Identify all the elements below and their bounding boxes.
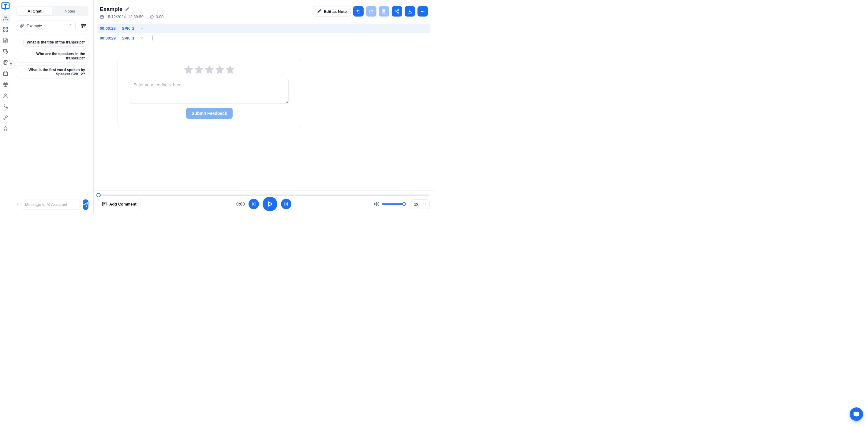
app-logo[interactable] bbox=[1, 2, 10, 11]
transcript-row[interactable]: 00:00:28 SPK_2 bbox=[97, 24, 430, 33]
pencil-square-icon bbox=[125, 7, 130, 12]
star-icon[interactable] bbox=[194, 64, 204, 75]
save-icon bbox=[382, 9, 386, 14]
star-icon[interactable] bbox=[183, 64, 194, 75]
text-cursor bbox=[152, 35, 152, 40]
more-button[interactable] bbox=[417, 6, 428, 17]
calendar-icon bbox=[100, 15, 104, 19]
tab-notes[interactable]: Notes bbox=[52, 7, 88, 15]
edit-title-button[interactable] bbox=[125, 7, 130, 12]
page-title: Example bbox=[100, 6, 122, 12]
tab-ai-chat[interactable]: AI Chat bbox=[17, 7, 52, 15]
transcript-speaker[interactable]: SPK_2 bbox=[122, 26, 144, 31]
suggestion-pill[interactable]: Who are the speakers in the transcript? bbox=[16, 50, 89, 62]
volume-knob[interactable] bbox=[402, 202, 406, 206]
redo-icon bbox=[369, 9, 374, 14]
compose-row bbox=[16, 197, 89, 210]
svg-marker-50 bbox=[374, 202, 376, 206]
suggestions-list: What is the title of the transcript? Who… bbox=[16, 38, 89, 78]
duration-value: 0:00 bbox=[156, 15, 163, 19]
svg-point-40 bbox=[421, 11, 422, 12]
add-comment-label: Add Comment bbox=[109, 202, 136, 206]
progress-knob[interactable] bbox=[96, 193, 101, 197]
clock-icon bbox=[150, 15, 154, 19]
play-icon bbox=[267, 201, 273, 207]
undo-button[interactable] bbox=[353, 6, 364, 17]
ai-message-input[interactable] bbox=[22, 199, 80, 210]
sidebar-item-premium[interactable] bbox=[1, 124, 10, 133]
transcript-speaker[interactable]: SPK_1 bbox=[122, 36, 144, 40]
player: Add Comment 0:00 bbox=[94, 191, 434, 214]
left-panel: AI Chat Notes Example What is the title … bbox=[11, 0, 94, 214]
svg-point-41 bbox=[422, 11, 423, 12]
skip-forward-icon bbox=[284, 202, 289, 206]
sidebar-item-dashboard[interactable] bbox=[1, 25, 10, 34]
download-button[interactable] bbox=[405, 6, 415, 17]
send-button[interactable] bbox=[83, 199, 89, 210]
sidebar-expand-button[interactable] bbox=[6, 60, 15, 68]
sidebar-item-integration[interactable] bbox=[1, 113, 10, 122]
star-icon[interactable] bbox=[204, 64, 215, 75]
sidebar-item-document[interactable] bbox=[1, 36, 10, 45]
sidebar bbox=[0, 0, 11, 214]
save-button[interactable] bbox=[379, 6, 389, 17]
feedback-textarea[interactable] bbox=[130, 79, 289, 104]
edit-as-note-button[interactable]: Edit as Note bbox=[313, 6, 351, 17]
transcript: 00:00:28 SPK_2 00:00:29 SPK_1 bbox=[94, 22, 434, 191]
chevron-down-icon bbox=[140, 27, 144, 30]
sidebar-item-gift[interactable] bbox=[1, 80, 10, 89]
svg-point-1 bbox=[4, 17, 5, 18]
star-icon[interactable] bbox=[225, 64, 235, 75]
transcript-selector[interactable]: Example bbox=[16, 21, 75, 31]
speed-selector[interactable]: 1x bbox=[411, 199, 430, 209]
svg-point-24 bbox=[84, 25, 85, 26]
suggestion-pill[interactable]: What is the title of the transcript? bbox=[23, 38, 89, 47]
svg-line-20 bbox=[5, 117, 6, 118]
settings-sliders-button[interactable] bbox=[79, 21, 89, 31]
star-icon[interactable] bbox=[215, 64, 225, 75]
svg-rect-4 bbox=[6, 27, 7, 29]
meta-date: 15/12/2024, 12:39:50 bbox=[100, 15, 144, 19]
share-icon bbox=[395, 9, 399, 14]
progress-bar[interactable] bbox=[98, 195, 429, 196]
sidebar-item-people[interactable] bbox=[1, 14, 10, 23]
sparkle-icon bbox=[16, 202, 19, 207]
suggestion-pill[interactable]: What is the first word spoken by Speaker… bbox=[16, 65, 89, 78]
header: Example 15/12/2024, 12:39:50 0:00 bbox=[94, 0, 434, 22]
sidebar-item-calendar[interactable] bbox=[1, 69, 10, 78]
skip-back-icon bbox=[251, 202, 256, 206]
svg-marker-45 bbox=[253, 202, 255, 206]
paperclip-icon bbox=[19, 23, 24, 28]
volume-slider[interactable] bbox=[382, 203, 406, 205]
svg-rect-29 bbox=[100, 15, 104, 18]
pencil-icon bbox=[317, 9, 322, 14]
sidebar-item-translate[interactable] bbox=[1, 102, 10, 111]
edit-as-note-label: Edit as Note bbox=[324, 9, 347, 14]
svg-point-42 bbox=[424, 11, 424, 12]
skip-back-button[interactable] bbox=[249, 199, 259, 209]
sidebar-item-profile[interactable] bbox=[1, 91, 10, 100]
speaker-label: SPK_2 bbox=[122, 26, 134, 31]
volume-icon[interactable] bbox=[374, 201, 379, 207]
chevron-updown-icon bbox=[423, 202, 426, 206]
share-button[interactable] bbox=[392, 6, 402, 17]
svg-point-26 bbox=[82, 27, 83, 28]
transcript-row[interactable]: 00:00:29 SPK_1 bbox=[97, 33, 430, 43]
svg-rect-6 bbox=[6, 30, 7, 32]
chevron-updown-icon bbox=[68, 24, 72, 28]
main-panel: Example 15/12/2024, 12:39:50 0:00 bbox=[94, 0, 434, 214]
sidebar-item-chat[interactable] bbox=[1, 47, 10, 56]
speaker-label: SPK_1 bbox=[122, 36, 134, 40]
speed-value: 1x bbox=[414, 202, 418, 206]
transcript-time: 00:00:28 bbox=[100, 26, 119, 31]
date-value: 15/12/2024, 12:39:50 bbox=[106, 15, 144, 19]
panel-tabs: AI Chat Notes bbox=[16, 6, 89, 16]
submit-feedback-button[interactable]: Submit Feedback bbox=[186, 108, 232, 119]
more-icon bbox=[420, 9, 425, 14]
volume-control bbox=[374, 201, 406, 207]
redo-button[interactable] bbox=[366, 6, 376, 17]
skip-forward-button[interactable] bbox=[281, 199, 291, 209]
add-comment-button[interactable]: Add Comment bbox=[98, 199, 141, 209]
download-icon bbox=[407, 9, 412, 14]
play-button[interactable] bbox=[262, 197, 277, 211]
